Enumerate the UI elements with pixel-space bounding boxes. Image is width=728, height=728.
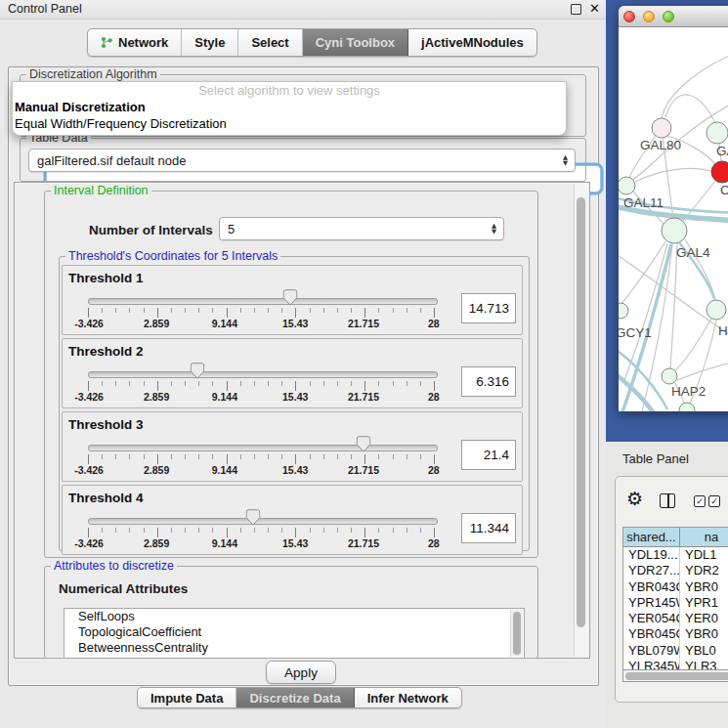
tab-label: Network (118, 35, 168, 50)
tab-jactivemnodules[interactable]: jActiveMNodules (408, 29, 536, 56)
threshold-4-box: Threshold 4 -3.4262.859 9.14415.43 21.71… (62, 485, 523, 555)
threshold-value-field[interactable] (461, 440, 516, 470)
close-icon[interactable]: ✕ (589, 1, 600, 16)
table-row[interactable]: YDR27...YDR2 (623, 563, 728, 578)
node-label: GCY1 (619, 325, 652, 340)
slider-ticks (88, 528, 436, 537)
apply-button[interactable]: Apply (266, 661, 336, 684)
threshold-value-field[interactable] (461, 513, 516, 543)
table-horizontal-scrollbar[interactable] (622, 669, 728, 682)
threshold-label: Threshold 3 (68, 417, 144, 432)
node-label: H (718, 323, 728, 338)
panel-title: Control Panel (8, 2, 82, 16)
slider-thumb[interactable] (246, 509, 261, 529)
gear-icon[interactable]: ⚙ (626, 490, 643, 508)
slider-ticks (88, 381, 436, 391)
network-node[interactable] (652, 118, 671, 138)
threshold-label: Threshold 2 (68, 344, 144, 359)
dropdown-placeholder: Select algorithm to view settings (13, 82, 566, 99)
tab-label: Select (251, 35, 288, 50)
threshold-label: Threshold 1 (68, 271, 144, 285)
split-columns-icon[interactable] (660, 493, 675, 508)
combobox-value: galFiltered.sif default node (37, 153, 186, 168)
dropdown-item-equal-width[interactable]: Equal Width/Frequency Discretization (13, 115, 566, 132)
group-label: Discretization Algorithm (26, 67, 160, 81)
network-node[interactable] (707, 300, 726, 320)
float-window-icon[interactable] (571, 4, 581, 15)
threshold-label: Threshold 4 (68, 491, 144, 505)
tab-label: jActiveMNodules (421, 35, 524, 50)
pane-scrollbar[interactable] (574, 184, 588, 657)
tab-label: Cyni Toolbox (316, 35, 395, 50)
slider-tick-labels: -3.4262.859 9.14415.43 21.71528 (88, 318, 436, 329)
tab-infer-network[interactable]: Infer Network (355, 688, 461, 707)
node-label: GAL4 (676, 245, 710, 260)
table-panel-title: Table Panel (622, 451, 689, 466)
bottom-tab-bar: Impute Data Discretize Data Infer Networ… (137, 687, 462, 708)
apply-button-label: Apply (284, 665, 318, 680)
list-item[interactable]: BetweennessCentrality (64, 640, 524, 656)
tab-network[interactable]: Network (88, 29, 182, 56)
top-tab-bar: Network Style Select Cyni Toolbox jActiv… (87, 28, 537, 57)
threshold-1-box: Threshold 1 -3.4262.859 9.14415.43 21.71… (62, 265, 523, 335)
close-traffic-light[interactable] (623, 11, 635, 22)
network-canvas[interactable]: GAL80 GAL C GAL11 GAL4 GCY1 H HAP2 (619, 26, 728, 411)
app-root: Control Panel ✕ Network Style Select Cyn… (0, 0, 728, 728)
table-row[interactable]: YBR043CYBR0 (623, 579, 728, 595)
dropdown-item-manual[interactable]: Manual Discretization (13, 99, 566, 115)
control-panel-titlebar: Control Panel ✕ (0, 0, 606, 20)
network-node-labels: GAL80 GAL C GAL11 GAL4 GCY1 H HAP2 (619, 138, 728, 399)
tab-select[interactable]: Select (238, 29, 302, 56)
table-row[interactable]: YER054CYER0 (623, 611, 728, 626)
node-attribute-table: shared... na YDL19...YDL1 YDR27...YDR2 Y… (622, 527, 728, 670)
slider-ticks (88, 308, 436, 318)
zoom-traffic-light[interactable] (663, 11, 674, 22)
tab-cyni-toolbox[interactable]: Cyni Toolbox (303, 29, 408, 56)
numerical-attributes-heading: Numerical Attributes (59, 581, 188, 596)
checkbox-icon[interactable]: ✓ (694, 495, 706, 507)
network-window-titlebar[interactable] (619, 6, 728, 27)
table-row[interactable]: YBL079WYBL0 (623, 643, 728, 659)
num-intervals-combobox[interactable]: 5 ▲▼ (219, 217, 504, 240)
threshold-value-field[interactable] (461, 366, 516, 397)
column-header[interactable]: shared... (623, 528, 680, 546)
table-row[interactable]: YPR145WYPR1 (623, 595, 728, 611)
network-icon (101, 36, 113, 49)
slider-thumb[interactable] (191, 363, 205, 382)
table-row[interactable]: YBR045CYBR0 (623, 626, 728, 642)
network-node[interactable] (707, 122, 728, 144)
table-data-combobox[interactable]: galFiltered.sif default node ▲▼ (28, 149, 576, 172)
checkbox-icon[interactable]: ✓ (708, 495, 720, 507)
slider-thumb[interactable] (282, 289, 297, 309)
scrollbar-thumb[interactable] (625, 672, 728, 680)
network-node[interactable] (662, 218, 687, 243)
slider-thumb[interactable] (356, 436, 370, 455)
network-node[interactable] (619, 177, 635, 194)
slider-ticks (88, 454, 436, 464)
tab-impute-data[interactable]: Impute Data (138, 688, 236, 707)
threshold-value-field[interactable] (461, 293, 516, 323)
settings-scroll-pane: Interval Definition Number of Intervals … (14, 182, 590, 659)
table-row[interactable]: YDL19...YDL1 (623, 547, 728, 563)
network-node[interactable] (679, 403, 695, 411)
scrollbar-thumb[interactable] (577, 197, 585, 627)
node-label: C (720, 183, 728, 197)
stepper-icon: ▲▼ (563, 155, 568, 166)
group-label: Interval Definition (51, 184, 151, 197)
list-item[interactable]: TopologicalCoefficient (64, 624, 524, 640)
combobox-value: 5 (228, 222, 235, 236)
group-label: Attributes to discretize (51, 559, 177, 573)
slider-tick-labels: -3.4262.859 9.14415.43 21.71528 (88, 537, 436, 549)
network-node[interactable] (619, 303, 628, 319)
network-node[interactable] (662, 368, 677, 384)
num-intervals-label: Number of Intervals (89, 223, 213, 237)
network-node-selected[interactable] (711, 161, 728, 183)
column-header[interactable]: na (680, 528, 728, 546)
list-scrollbar[interactable] (510, 610, 523, 657)
numerical-attributes-list: SelfLoops TopologicalCoefficient Between… (64, 608, 525, 659)
table-panel: Table Panel ⚙ ✓ ✓ shared... na YDL19...Y… (606, 442, 728, 728)
list-item[interactable]: SelfLoops (64, 609, 524, 624)
minimize-traffic-light[interactable] (643, 11, 655, 22)
tab-discretize-data[interactable]: Discretize Data (236, 688, 354, 707)
tab-style[interactable]: Style (182, 29, 238, 56)
